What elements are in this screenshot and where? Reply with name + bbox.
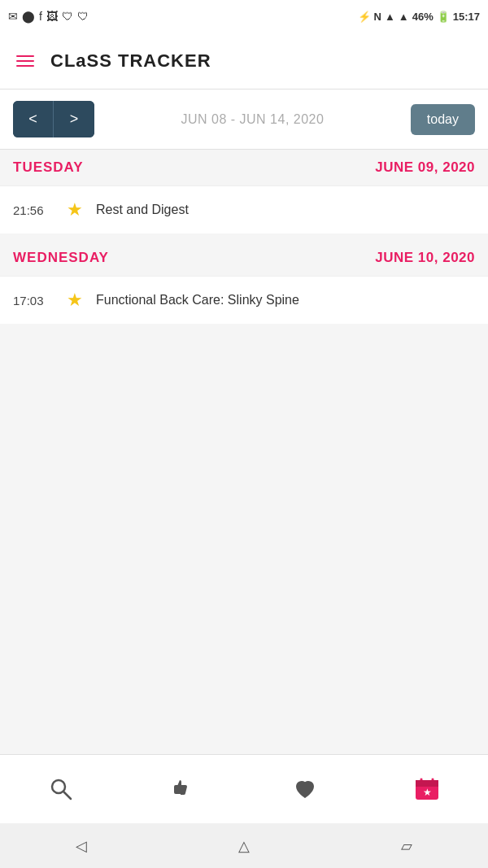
tuesday-date: JUNE 09, 2020: [375, 159, 475, 176]
week-range-label: JUN 08 - JUN 14, 2020: [181, 112, 324, 127]
tuesday-day-name: TUESDAY: [13, 159, 84, 176]
shield2-icon: 🛡: [77, 10, 89, 23]
recents-button[interactable]: ▱: [401, 837, 412, 855]
class-name: Rest and Digest: [96, 203, 189, 217]
star-icon[interactable]: ★: [67, 290, 83, 311]
main-content: < > JUN 08 - JUN 14, 2020 today TUESDAY …: [0, 89, 488, 754]
bluetooth-icon: ⚡: [358, 11, 371, 23]
back-button[interactable]: ◁: [76, 837, 87, 855]
wifi-icon: ▲: [385, 11, 395, 23]
favorites-nav-item[interactable]: [159, 765, 207, 813]
svg-rect-6: [416, 780, 438, 787]
prev-week-button[interactable]: <: [13, 101, 54, 137]
dot-icon: ⬤: [22, 10, 35, 23]
wednesday-header: WEDNESDAY JUNE 10, 2020: [0, 240, 488, 276]
status-icons-left: ✉ ⬤ f 🖼 🛡 🛡: [8, 10, 89, 23]
heart-nav-item[interactable]: [281, 765, 329, 813]
wednesday-date: JUNE 10, 2020: [375, 250, 475, 266]
image-icon: 🖼: [46, 10, 58, 23]
time-display: 15:17: [453, 11, 480, 23]
facebook-icon: f: [39, 10, 42, 23]
class-time: 17:03: [13, 294, 54, 308]
app-header: CLaSS TRACKER: [0, 33, 488, 89]
bottom-navigation: ★ ★: [0, 754, 488, 823]
nfc-icon: N: [374, 11, 381, 23]
svg-text:★: ★: [423, 787, 432, 798]
thumbsup-icon: [171, 777, 195, 801]
star-icon[interactable]: ★: [67, 199, 83, 220]
gmail-icon: ✉: [8, 10, 18, 23]
week-arrow-group: < >: [13, 101, 94, 137]
wednesday-day-name: WEDNESDAY: [13, 250, 109, 266]
next-week-button[interactable]: >: [54, 101, 94, 137]
week-navigation: < > JUN 08 - JUN 14, 2020 today: [0, 89, 488, 150]
status-bar: ✉ ⬤ f 🖼 🛡 🛡 ⚡ N ▲ ▲ 46% 🔋 15:17: [0, 0, 488, 33]
calendar-icon: ★ ★: [414, 776, 440, 802]
signal-icon: ▲: [399, 11, 409, 23]
hamburger-line-2: [16, 60, 34, 62]
wednesday-section: WEDNESDAY JUNE 10, 2020 17:03 ★ Function…: [0, 240, 488, 324]
empty-content-area: [0, 330, 488, 558]
shield-icon: 🛡: [62, 10, 73, 23]
battery-icon: 🔋: [437, 11, 450, 23]
search-nav-item[interactable]: [37, 765, 85, 813]
next-arrow-icon: >: [70, 111, 79, 128]
tuesday-section: TUESDAY JUNE 09, 2020 21:56 ★ Rest and D…: [0, 150, 488, 233]
class-name: Functional Back Care: Slinky Spine: [96, 293, 299, 308]
class-row[interactable]: 21:56 ★ Rest and Digest: [0, 185, 488, 233]
home-button[interactable]: △: [238, 837, 250, 855]
hamburger-menu-button[interactable]: [13, 52, 37, 70]
today-button[interactable]: today: [411, 104, 475, 135]
tuesday-header: TUESDAY JUNE 09, 2020: [0, 150, 488, 185]
calendar-nav-item[interactable]: ★ ★: [403, 765, 451, 813]
svg-line-1: [63, 792, 71, 799]
prev-arrow-icon: <: [28, 111, 37, 128]
class-row[interactable]: 17:03 ★ Functional Back Care: Slinky Spi…: [0, 276, 488, 324]
status-icons-right: ⚡ N ▲ ▲ 46% 🔋 15:17: [358, 11, 480, 23]
system-navigation-bar: ◁ △ ▱: [0, 823, 488, 868]
hamburger-line-1: [16, 55, 34, 57]
app-title: CLaSS TRACKER: [50, 50, 211, 72]
hamburger-line-3: [16, 65, 34, 67]
heart-icon: [293, 777, 317, 801]
class-time: 21:56: [13, 203, 54, 217]
search-icon: [49, 777, 73, 801]
battery-percent: 46%: [412, 11, 434, 23]
